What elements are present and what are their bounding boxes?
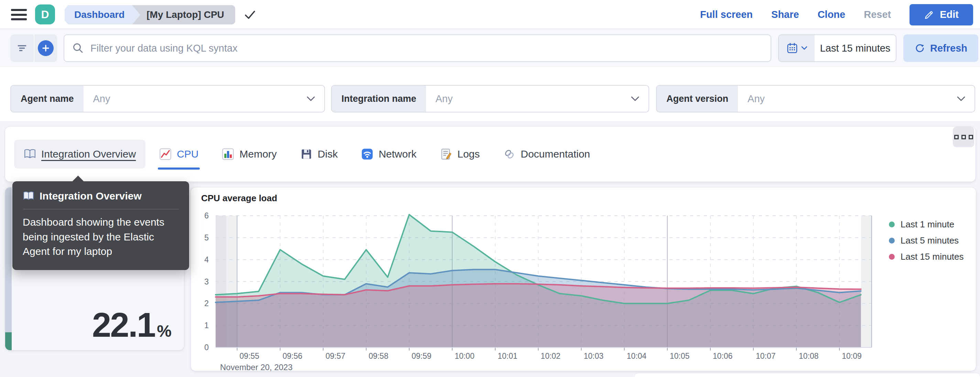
chevron-down-icon	[801, 46, 807, 50]
tab-disk[interactable]: Disk	[291, 140, 347, 169]
svg-text:09:58: 09:58	[369, 352, 388, 361]
control-integration-name[interactable]: Integration nameAny	[331, 85, 649, 113]
control-label: Integration name	[332, 86, 426, 112]
chevron-down-icon	[957, 86, 975, 112]
control-agent-version[interactable]: Agent versionAny	[656, 85, 975, 113]
memo-icon	[440, 148, 452, 160]
breadcrumb-dashboard[interactable]: Dashboard	[65, 5, 140, 24]
tab-integration-overview[interactable]: Integration Overview	[14, 140, 145, 169]
tab-cpu[interactable]: CPU	[150, 140, 208, 169]
legend-label: Last 15 minutes	[900, 251, 964, 262]
legend-dot	[889, 238, 895, 243]
filter-funnel-icon	[16, 43, 28, 54]
tab-network[interactable]: Network	[352, 140, 426, 169]
tab-label: Disk	[318, 148, 338, 160]
control-value: Any	[84, 86, 306, 112]
top-nav-actions: Full screen Share Clone Reset Edit	[700, 0, 973, 29]
svg-text:10:09: 10:09	[842, 352, 862, 361]
svg-text:6: 6	[204, 211, 209, 220]
tooltip-title: Integration Overview	[40, 190, 142, 202]
svg-text:10:00: 10:00	[455, 352, 474, 361]
svg-text:09:57: 09:57	[326, 352, 345, 361]
tooltip-body: Dashboard showing the events being inges…	[23, 215, 179, 259]
time-range-value[interactable]: Last 15 minutes	[815, 35, 896, 61]
dashboard-controls-row: Agent nameAnyIntegration nameAnyAgent ve…	[0, 67, 980, 121]
control-agent-name[interactable]: Agent nameAny	[10, 85, 325, 113]
control-label: Agent name	[11, 86, 84, 112]
tab-label: Network	[379, 148, 417, 160]
svg-text:10:08: 10:08	[799, 352, 819, 361]
kql-placeholder-text: Filter your data using KQL syntax	[91, 43, 238, 54]
chart-increasing-icon	[159, 148, 172, 160]
tab-memory[interactable]: Memory	[212, 140, 286, 169]
tab-label: CPU	[177, 148, 199, 160]
top-navigation-bar: D Dashboard [My Laptop] CPU Full screen …	[0, 0, 980, 29]
tab-logs[interactable]: Logs	[430, 140, 489, 169]
date-picker-calendar-button[interactable]	[779, 35, 815, 61]
svg-text:1: 1	[204, 321, 209, 330]
breadcrumb: Dashboard [My Laptop] CPU	[65, 5, 256, 24]
cpu-average-load-panel: CPU average load 09:5509:5609:5709:5809:…	[191, 188, 976, 371]
tab-label: Documentation	[520, 148, 590, 160]
svg-text:09:59: 09:59	[412, 352, 431, 361]
svg-text:10:07: 10:07	[756, 352, 776, 361]
space-avatar[interactable]: D	[35, 5, 55, 24]
tooltip-divider	[23, 209, 179, 210]
reset-button[interactable]: Reset	[864, 9, 891, 20]
legend-dot	[889, 254, 895, 260]
query-bar-row: Filter your data using KQL syntax Last 1…	[0, 29, 980, 67]
svg-text:09:56: 09:56	[283, 352, 302, 361]
panel-options-button[interactable]	[953, 127, 974, 147]
links-panel: Integration OverviewCPUMemoryDiskNetwork…	[5, 127, 975, 181]
refresh-icon	[914, 43, 925, 54]
metric-value: 22.1 %	[92, 305, 172, 345]
floppy-disk-icon	[300, 148, 313, 160]
breadcrumb-current-dashboard: [My Laptop] CPU	[131, 5, 235, 24]
metric-progress-bar	[5, 188, 12, 350]
refresh-button-label: Refresh	[930, 43, 967, 54]
book-icon	[23, 191, 34, 201]
refresh-button[interactable]: Refresh	[903, 34, 978, 62]
legend-item-last-5-minutes[interactable]: Last 5 minutes	[889, 235, 964, 246]
legend-label: Last 5 minutes	[900, 235, 959, 246]
clone-button[interactable]: Clone	[818, 9, 846, 20]
tab-label: Memory	[239, 148, 277, 160]
svg-text:09:55: 09:55	[240, 352, 259, 361]
metric-number: 22.1	[92, 305, 155, 345]
search-icon	[72, 42, 84, 54]
kql-search-input[interactable]: Filter your data using KQL syntax	[64, 34, 771, 62]
svg-text:10:05: 10:05	[670, 352, 690, 361]
filter-controls-group	[10, 34, 57, 62]
dashboard-links-tabs: Integration OverviewCPUMemoryDiskNetwork…	[14, 140, 600, 169]
full-screen-button[interactable]: Full screen	[700, 9, 753, 20]
svg-text:0: 0	[204, 343, 209, 352]
breadcrumb-caret-icon[interactable]	[244, 9, 256, 20]
svg-text:2: 2	[204, 299, 209, 308]
add-filter-button[interactable]	[34, 34, 57, 62]
share-button[interactable]: Share	[771, 9, 799, 20]
svg-text:10:02: 10:02	[541, 352, 560, 361]
svg-text:4: 4	[204, 255, 209, 264]
svg-text:10:01: 10:01	[498, 352, 517, 361]
menu-icon[interactable]	[11, 9, 27, 20]
bar-chart-icon	[222, 148, 234, 160]
legend-item-last-1-minute[interactable]: Last 1 minute	[889, 219, 964, 230]
chevron-down-icon	[306, 86, 324, 112]
svg-text:3: 3	[204, 277, 209, 286]
control-label: Agent version	[657, 86, 738, 112]
legend-dot	[889, 221, 895, 227]
edit-button[interactable]: Edit	[910, 4, 973, 25]
control-value: Any	[426, 86, 631, 112]
legend-item-last-15-minutes[interactable]: Last 15 minutes	[889, 251, 964, 262]
tab-documentation[interactable]: Documentation	[493, 140, 600, 169]
wifi-icon	[361, 148, 374, 160]
link-icon	[503, 148, 515, 160]
tab-label: Integration Overview	[41, 148, 136, 160]
book-icon	[24, 149, 36, 160]
svg-text:5: 5	[204, 233, 209, 242]
svg-text:10:04: 10:04	[627, 352, 647, 361]
cpu-load-area-chart[interactable]: 09:5509:5609:5709:5809:5910:0010:0110:02…	[191, 216, 976, 371]
filter-menu-button[interactable]	[10, 34, 34, 62]
plus-icon	[38, 40, 54, 56]
tab-label: Logs	[457, 148, 480, 160]
